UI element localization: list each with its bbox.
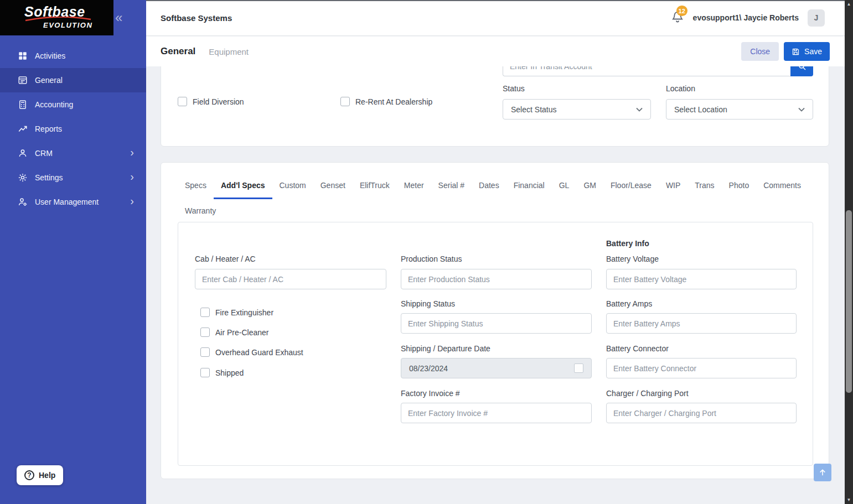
tab-comments[interactable]: Comments bbox=[756, 177, 808, 199]
factory-invoice-input[interactable] bbox=[401, 403, 592, 423]
scroll-to-top-button[interactable] bbox=[814, 464, 831, 481]
location-select-value: Select Location bbox=[674, 105, 727, 114]
tab-equipment[interactable]: Equipment bbox=[209, 47, 249, 56]
tab-meter[interactable]: Meter bbox=[397, 177, 431, 199]
status-select[interactable]: Select Status bbox=[503, 99, 651, 119]
grid-icon bbox=[18, 51, 28, 61]
shipping-date-input[interactable]: 08/23/2024 bbox=[401, 358, 592, 378]
air-pre-cleaner-checkbox[interactable] bbox=[200, 328, 210, 337]
location-select[interactable]: Select Location bbox=[666, 99, 813, 119]
charger-port-input[interactable] bbox=[606, 403, 797, 423]
sidebar-collapse-icon[interactable]: « bbox=[115, 10, 122, 25]
sidebar-item-settings[interactable]: Settings › bbox=[0, 165, 146, 190]
sidebar: Softbase EVOLUTION « Activities General bbox=[0, 0, 146, 504]
tab-dates[interactable]: Dates bbox=[472, 177, 506, 199]
production-status-input[interactable] bbox=[401, 269, 592, 289]
sidebar-item-crm[interactable]: CRM › bbox=[0, 141, 146, 165]
sidebar-item-label: Settings bbox=[35, 173, 63, 182]
chevron-right-icon: › bbox=[130, 170, 134, 183]
shipping-status-input[interactable] bbox=[401, 313, 592, 334]
chevron-right-icon: › bbox=[130, 195, 134, 207]
tab-trans[interactable]: Trans bbox=[687, 177, 721, 199]
tab-genset[interactable]: Genset bbox=[313, 177, 353, 199]
save-button[interactable]: Save bbox=[784, 42, 830, 61]
help-icon: ? bbox=[24, 470, 34, 480]
tab-warranty[interactable]: Warranty bbox=[178, 202, 223, 225]
tab-financial[interactable]: Financial bbox=[506, 177, 552, 199]
field-diversion-checkbox[interactable] bbox=[178, 97, 187, 106]
battery-connector-input[interactable] bbox=[606, 358, 797, 378]
specs-card: Specs Add'l Specs Custom Genset ElifTruc… bbox=[161, 162, 829, 479]
shipping-status-label: Shipping Status bbox=[401, 299, 455, 308]
top-header: Softbase Systems 12 evosupport1\ Jaycie … bbox=[146, 0, 845, 36]
sidebar-item-user-management[interactable]: User Management › bbox=[0, 190, 146, 214]
sidebar-item-accounting[interactable]: Accounting bbox=[0, 92, 146, 117]
tab-general[interactable]: General bbox=[161, 46, 195, 57]
chevron-down-icon bbox=[636, 107, 643, 112]
battery-amps-input[interactable] bbox=[606, 313, 797, 334]
specs-tabs-row2: Warranty bbox=[178, 202, 812, 225]
avatar[interactable]: J bbox=[808, 9, 825, 27]
tab-floor-lease[interactable]: Floor/Lease bbox=[603, 177, 659, 199]
notification-badge: 12 bbox=[676, 6, 687, 16]
battery-voltage-input[interactable] bbox=[606, 269, 797, 289]
re-rent-row: Re-Rent At Dealership bbox=[340, 97, 432, 106]
re-rent-label: Re-Rent At Dealership bbox=[355, 97, 432, 106]
chevron-down-icon bbox=[798, 107, 805, 112]
sidebar-item-label: Accounting bbox=[35, 100, 73, 109]
shipping-date-checkbox[interactable] bbox=[574, 363, 583, 373]
factory-invoice-label: Factory Invoice # bbox=[401, 389, 460, 398]
user-gear-icon bbox=[18, 197, 28, 207]
re-rent-checkbox[interactable] bbox=[340, 97, 350, 106]
overhead-guard-label: Overhead Guard Exhaust bbox=[215, 348, 303, 357]
production-status-label: Production Status bbox=[401, 254, 462, 263]
cab-heater-label: Cab / Heater / AC bbox=[195, 254, 256, 263]
sidebar-item-general[interactable]: General bbox=[0, 68, 146, 92]
tab-eliftruck[interactable]: ElifTruck bbox=[353, 177, 397, 199]
logo-subtext: EVOLUTION bbox=[43, 22, 113, 29]
tab-gl[interactable]: GL bbox=[552, 177, 577, 199]
tab-serial[interactable]: Serial # bbox=[431, 177, 472, 199]
specs-tabs: Specs Add'l Specs Custom Genset ElifTruc… bbox=[161, 163, 829, 225]
battery-connector-label: Battery Connector bbox=[606, 344, 669, 353]
field-diversion-label: Field Diversion bbox=[193, 97, 244, 106]
tab-specs[interactable]: Specs bbox=[178, 177, 214, 199]
cab-heater-input[interactable] bbox=[195, 269, 386, 289]
notifications-button[interactable]: 12 bbox=[671, 11, 685, 25]
sidebar-nav: Activities General Accounting Reports bbox=[0, 44, 146, 214]
shipped-checkbox[interactable] bbox=[200, 368, 210, 377]
overhead-guard-checkbox[interactable] bbox=[200, 347, 210, 357]
fire-extinguisher-checkbox[interactable] bbox=[200, 308, 210, 317]
scrollbar-down-arrow[interactable]: ▼ bbox=[845, 496, 853, 504]
tab-gm[interactable]: GM bbox=[576, 177, 603, 199]
tab-photo[interactable]: Photo bbox=[722, 177, 757, 199]
in-transit-account-input[interactable] bbox=[503, 66, 790, 76]
shipped-label: Shipped bbox=[215, 368, 244, 377]
tab-wip[interactable]: WIP bbox=[659, 177, 687, 199]
close-button[interactable]: Close bbox=[741, 42, 779, 61]
addl-specs-panel: Cab / Heater / AC Fire Extinguisher Air … bbox=[178, 222, 813, 466]
sidebar-item-label: CRM bbox=[35, 149, 53, 158]
fire-extinguisher-label: Fire Extinguisher bbox=[215, 308, 273, 317]
sidebar-item-reports[interactable]: Reports bbox=[0, 117, 146, 141]
help-button[interactable]: ? Help bbox=[17, 465, 63, 485]
tab-custom[interactable]: Custom bbox=[272, 177, 313, 199]
equipment-general-card: Field Diversion Re-Rent At Dealership St… bbox=[161, 66, 829, 147]
save-icon bbox=[792, 48, 800, 56]
air-pre-cleaner-label: Air Pre-Cleaner bbox=[215, 328, 268, 337]
overhead-guard-row: Overhead Guard Exhaust bbox=[200, 347, 303, 357]
person-icon bbox=[18, 148, 28, 158]
help-label: Help bbox=[39, 471, 55, 480]
vertical-scrollbar: ▲ ▼ bbox=[845, 0, 853, 504]
in-transit-search-button[interactable] bbox=[790, 66, 813, 76]
tab-addl-specs[interactable]: Add'l Specs bbox=[214, 177, 272, 199]
sidebar-item-activities[interactable]: Activities bbox=[0, 44, 146, 68]
scrollbar-up-arrow[interactable]: ▲ bbox=[845, 0, 853, 8]
calculator-icon bbox=[18, 100, 28, 110]
app-root: Softbase EVOLUTION « Activities General bbox=[0, 0, 853, 504]
scrollbar-thumb[interactable] bbox=[846, 210, 852, 393]
sidebar-item-label: Reports bbox=[35, 124, 62, 133]
app-title: Softbase Systems bbox=[161, 13, 232, 23]
softbase-logo: Softbase EVOLUTION bbox=[0, 0, 113, 35]
sidebar-item-label: User Management bbox=[35, 198, 99, 206]
